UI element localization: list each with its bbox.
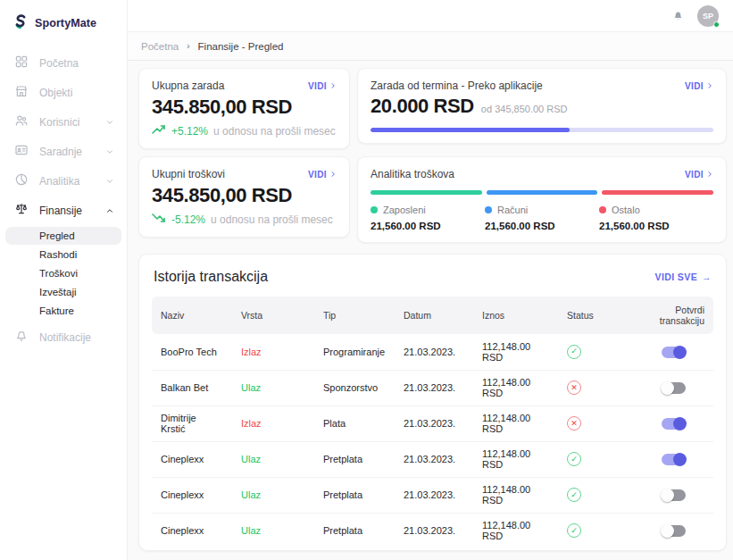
cell-amount: 112,148.00 RSD (473, 477, 558, 513)
trend-up-icon (152, 124, 166, 138)
vidi-link[interactable]: VIDI (685, 81, 713, 91)
cell-type: Izlaz (232, 334, 314, 370)
chevron-down-icon (105, 147, 114, 156)
arrow-right-icon: → (702, 272, 712, 282)
sidebar-item-label: Početna (39, 57, 79, 70)
card-total-earnings: Ukupna zarada VIDI 345.850,00 RSD +5.12%… (138, 68, 350, 149)
table-row: BooPro Tech Izlaz Programiranje 21.03.20… (152, 334, 713, 370)
sidebar-subitem-izvestaji[interactable]: Izveštaji (5, 283, 121, 301)
cell-name: Balkan Bet (152, 370, 232, 405)
cell-date: 21.03.2023. (395, 441, 473, 477)
trend-down-icon (152, 213, 166, 226)
segment-ostalo (602, 190, 713, 195)
sidebar-subitem-rashodi[interactable]: Rashodi (5, 246, 121, 263)
breadcrumb-home-link[interactable]: Početna (141, 41, 179, 52)
confirm-toggle[interactable] (662, 347, 686, 358)
cell-amount: 112,148.00 RSD (473, 441, 558, 477)
trend-percent: -5.12% (171, 213, 205, 226)
cell-category: Programiranje (314, 334, 395, 370)
total-costs-value: 345.850,00 RSD (152, 184, 337, 207)
finance-submenu: Pregled Rashodi Troškovi Izveštaji Faktu… (0, 225, 127, 322)
card-title: Analitika troškova (371, 168, 454, 180)
store-icon (14, 84, 29, 101)
brand-logo[interactable]: SportyMate (0, 9, 127, 48)
id-card-icon (14, 143, 29, 160)
legend-item: Zaposleni 21,560.00 RSD (371, 205, 485, 231)
sidebar-subitem-troskovi[interactable]: Troškovi (5, 264, 121, 282)
confirm-toggle[interactable] (662, 454, 686, 465)
cell-type: Izlaz (232, 405, 314, 441)
trend-note: u odnosu na prošli mesec (213, 125, 336, 138)
cost-legend: Zaposleni 21,560.00 RSD Računi 21,560.00… (371, 205, 713, 231)
total-earnings-value: 345.850,00 RSD (152, 96, 337, 119)
legend-dot-blue (485, 206, 492, 213)
card-title: Ukupna zarada (152, 79, 224, 92)
card-total-costs: Ukupni troškovi VIDI 345.850,00 RSD -5.1… (138, 156, 350, 238)
col-naziv: Naziv (152, 297, 232, 334)
sidebar-item-finansije[interactable]: Finansije (0, 196, 127, 225)
cell-type: Ulaz (232, 370, 314, 405)
cell-category: Plata (314, 405, 395, 441)
sidebar-item-analitika[interactable]: Analitika (0, 166, 127, 196)
chevron-down-icon (105, 177, 114, 186)
vidi-link[interactable]: VIDI (308, 81, 337, 91)
cell-date: 21.03.2023. (395, 370, 473, 405)
legend-dot-green (371, 206, 378, 213)
col-iznos: Iznos (473, 297, 558, 334)
sidebar-subitem-fakture[interactable]: Fakture (5, 302, 121, 320)
cell-category: Sponzorstvo (314, 370, 395, 405)
transactions-table: Naziv Vrsta Tip Datum Iznos Status Potvr… (152, 297, 713, 548)
table-header-row: Naziv Vrsta Tip Datum Iznos Status Potvr… (152, 297, 713, 334)
cell-name: Cineplexx (152, 441, 232, 477)
sidebar-item-saradnje[interactable]: Saradnje (0, 137, 127, 166)
sidebar: SportyMate Početna Objekti Korisnici Sar… (0, 0, 128, 560)
sidebar-item-pocetna[interactable]: Početna (0, 48, 127, 78)
status-ok-icon: ✓ (567, 488, 581, 502)
status-error-icon: ✕ (567, 380, 581, 395)
main-area: SP Početna › Finansije - Pregled Ukupna … (128, 0, 733, 560)
table-row: Cineplexx Ulaz Pretplata 21.03.2023. 112… (152, 477, 713, 513)
stat-cards: Ukupna zarada VIDI 345.850,00 RSD +5.12%… (138, 68, 727, 243)
sidebar-item-objekti[interactable]: Objekti (0, 78, 127, 107)
cell-date: 21.03.2023. (395, 513, 473, 548)
breadcrumb-separator: › (187, 41, 189, 51)
grid-icon (14, 54, 29, 71)
see-all-link[interactable]: VIDI SVE → (655, 272, 712, 282)
sidebar-item-label: Saradnje (39, 146, 82, 158)
vidi-link[interactable]: VIDI (685, 170, 713, 180)
cell-amount: 112,148.00 RSD (473, 334, 558, 370)
sidebar-item-notifikacije[interactable]: Notifikacije (0, 322, 127, 352)
status-ok-icon: ✓ (567, 452, 581, 466)
cell-category: Pretplata (314, 513, 395, 548)
avatar[interactable]: SP (697, 5, 719, 27)
sidebar-subitem-pregled[interactable]: Pregled (5, 227, 121, 245)
confirm-toggle[interactable] (662, 489, 686, 501)
sidebar-item-label: Korisnici (39, 116, 79, 129)
sidebar-item-korisnici[interactable]: Korisnici (0, 107, 127, 137)
transactions-card: Istorija transakcija VIDI SVE → Naziv Vr… (138, 254, 727, 551)
cell-date: 21.03.2023. (395, 334, 473, 370)
pie-chart-icon (14, 172, 29, 189)
confirm-toggle[interactable] (662, 382, 686, 394)
chevron-down-icon (105, 118, 114, 127)
cell-category: Pretplata (314, 441, 395, 477)
cost-segments-bar (371, 190, 713, 195)
legend-dot-red (599, 206, 606, 213)
vidi-link[interactable]: VIDI (308, 170, 337, 180)
cell-name: Cineplexx (152, 513, 232, 548)
transactions-title: Istorija transakcija (154, 269, 268, 285)
online-status-dot (713, 21, 720, 28)
table-row: Cineplexx Ulaz Pretplata 21.03.2023. 112… (152, 441, 713, 477)
chevron-right-icon (329, 170, 337, 180)
status-ok-icon: ✓ (567, 345, 581, 359)
col-potvrdi: Potvrdi transakciju (634, 297, 713, 334)
brand-logo-icon (12, 13, 29, 34)
trend-note: u odnosu na prošli mesec (211, 213, 333, 226)
segment-zaposleni (371, 190, 482, 195)
notifications-bell-icon[interactable] (671, 9, 685, 22)
app-earnings-value: 20.000 RSD (371, 95, 474, 118)
cell-type: Ulaz (232, 513, 314, 548)
sidebar-item-label: Finansije (39, 205, 82, 217)
confirm-toggle[interactable] (662, 525, 686, 537)
confirm-toggle[interactable] (662, 418, 686, 430)
